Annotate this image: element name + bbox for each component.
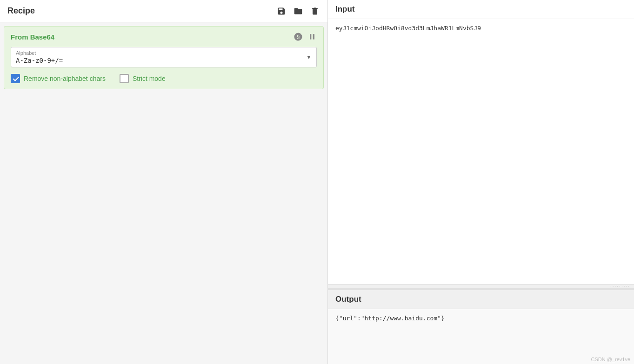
alphabet-value: A-Za-z0-9+/= <box>16 57 312 64</box>
pause-button[interactable] <box>307 32 317 41</box>
input-content[interactable]: eyJ1cmwiOiJodHRwOi8vd3d3LmJhaWR1LmNvbSJ9 <box>328 19 634 284</box>
operation-controls <box>294 32 317 41</box>
alphabet-dropdown[interactable]: Alphabet A-Za-z0-9+/= ▼ <box>11 47 317 67</box>
recipe-toolbar <box>276 6 320 16</box>
recipe-header: Recipe <box>0 0 327 22</box>
remove-non-alphabet-label: Remove non-alphabet chars <box>24 75 106 82</box>
open-button[interactable] <box>293 6 303 16</box>
input-section: Input eyJ1cmwiOiJodHRwOi8vd3d3LmJhaWR1Lm… <box>328 0 634 290</box>
alphabet-label: Alphabet <box>16 50 312 56</box>
delete-button[interactable] <box>310 6 320 16</box>
recipe-title: Recipe <box>7 6 35 16</box>
strict-mode-checkbox[interactable]: Strict mode <box>120 74 166 83</box>
output-header: Output <box>328 290 634 309</box>
disable-button[interactable] <box>294 32 303 41</box>
operation-header: From Base64 <box>11 32 317 41</box>
right-panel: Input eyJ1cmwiOiJodHRwOi8vd3d3LmJhaWR1Lm… <box>328 0 634 364</box>
strict-mode-box[interactable] <box>120 74 129 83</box>
operation-card: From Base64 <box>4 26 324 89</box>
remove-non-alphabet-box[interactable] <box>11 74 20 83</box>
empty-recipe-area <box>0 93 327 364</box>
remove-non-alphabet-checkbox[interactable]: Remove non-alphabet chars <box>11 74 106 83</box>
output-content[interactable]: {"url":"http://www.baidu.com"} <box>328 309 634 355</box>
operation-title: From Base64 <box>11 33 54 41</box>
save-button[interactable] <box>276 6 287 16</box>
watermark: CSDN @_rev1ve <box>328 355 634 364</box>
dropdown-arrow-icon: ▼ <box>306 54 312 60</box>
resize-dots-icon: ········· <box>610 284 630 289</box>
checkboxes-row: Remove non-alphabet chars Strict mode <box>11 74 317 83</box>
resize-handle[interactable]: ········· <box>328 284 634 288</box>
output-section: Output {"url":"http://www.baidu.com"} CS… <box>328 290 634 364</box>
strict-mode-label: Strict mode <box>133 75 166 82</box>
input-header: Input <box>328 0 634 19</box>
left-panel: Recipe <box>0 0 328 364</box>
